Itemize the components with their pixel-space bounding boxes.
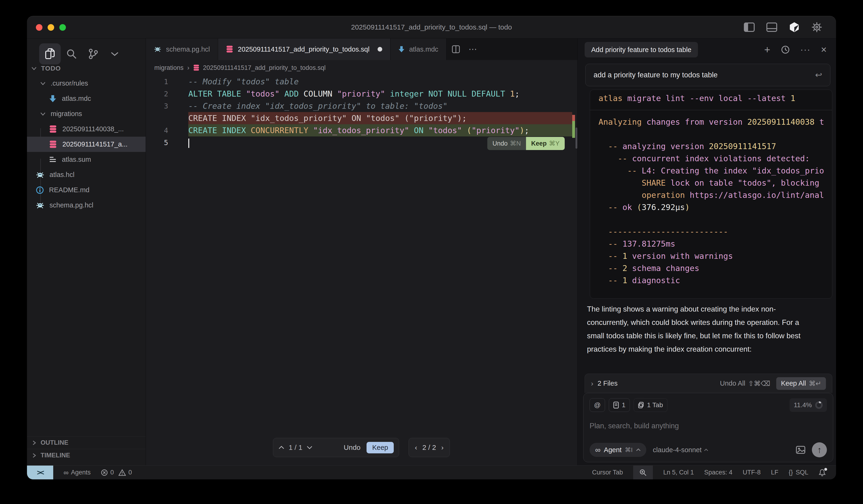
encoding-status[interactable]: UTF-8 <box>743 469 761 476</box>
timeline-section[interactable]: TIMELINE <box>27 449 146 462</box>
tree-file-atlas-mdc[interactable]: atlas.mdc <box>27 91 146 106</box>
breadcrumb-file[interactable]: 20250911141517_add_priority_to_todos.sql <box>203 64 326 72</box>
breadcrumb[interactable]: migrations › 20250911141517_add_priority… <box>146 60 577 75</box>
chat-composer[interactable]: @ 1 1 Tab 11.4% Plan, search, build anyt… <box>583 393 833 462</box>
tree-item-label: atlas.sum <box>62 156 91 163</box>
zoom-tool-icon[interactable] <box>633 466 653 480</box>
agents-status-item[interactable]: ∞ Agents <box>64 469 90 477</box>
history-icon[interactable] <box>781 45 790 54</box>
send-button[interactable]: ↑ <box>812 442 827 457</box>
context-files-chip[interactable]: 1 <box>609 398 630 412</box>
tree-file-atlas-hcl[interactable]: atlas.hcl <box>27 167 146 182</box>
tree-folder-cursor-rules[interactable]: .cursor/rules <box>27 76 146 91</box>
terminal-divider <box>590 110 832 110</box>
database-icon <box>49 140 57 148</box>
explorer-icon[interactable] <box>39 43 61 64</box>
terminal-line: -- 1 version with warnings <box>599 250 824 262</box>
pager-prev-icon[interactable]: ‹ <box>415 443 417 452</box>
next-diff-icon[interactable] <box>307 446 313 449</box>
tree-file-atlas-sum[interactable]: atlas.sum <box>27 152 146 167</box>
code-editor[interactable]: 1 -- Modify "todos" table 2 ALTER TABLE … <box>146 75 572 149</box>
infinity-icon: ∞ <box>64 469 68 477</box>
close-chat-icon[interactable]: × <box>821 44 827 55</box>
tree-file-readme[interactable]: README.md <box>27 182 146 198</box>
pager-next-icon[interactable]: › <box>441 443 443 452</box>
outline-section[interactable]: OUTLINE <box>27 436 146 449</box>
inline-diff-actions: Undo⌘N Keep⌘Y <box>487 137 565 150</box>
source-control-icon[interactable] <box>82 43 104 64</box>
chat-tab[interactable]: Add priority feature to todos table <box>585 42 698 58</box>
editor-more-actions-icon[interactable]: ⋯ <box>468 44 478 54</box>
sidebar: TODO .cursor/rules atlas.mdc migrations <box>27 38 146 465</box>
restore-checkpoint-icon[interactable]: ↩ <box>815 70 822 80</box>
indentation-status[interactable]: Spaces: 4 <box>704 469 733 476</box>
activity-more-chevron-icon[interactable] <box>104 43 125 64</box>
text-cursor <box>188 139 189 148</box>
tree-file-schema-pg-hcl[interactable]: schema.pg.hcl <box>27 198 146 213</box>
cursor-cube-icon[interactable] <box>788 21 800 33</box>
changed-files-bar[interactable]: › 2 Files Undo All ⇧⌘⌫ Keep All ⌘↵ <box>585 374 832 393</box>
terminal-line: -- L4: Creating the index "idx_todos_pri… <box>599 165 824 177</box>
tree-item-label: .cursor/rules <box>51 79 88 87</box>
undo-button[interactable]: Undo <box>344 443 361 452</box>
split-editor-icon[interactable] <box>452 45 460 53</box>
editor-scrollbar[interactable] <box>575 127 577 149</box>
terminal-line: -- analyzing version 20250911141517 <box>599 140 824 152</box>
composer-placeholder[interactable]: Plan, search, build anything <box>590 422 827 430</box>
attach-image-icon[interactable] <box>796 446 805 454</box>
chat-more-icon[interactable]: ··· <box>800 45 811 55</box>
undo-all-button[interactable]: Undo All ⇧⌘⌫ <box>720 379 770 388</box>
tab-migration-sql[interactable]: 20250911141517_add_priority_to_todos.sql <box>218 38 390 60</box>
modified-dot-icon[interactable] <box>377 47 382 52</box>
settings-gear-icon[interactable] <box>811 21 823 33</box>
prev-diff-icon[interactable] <box>278 446 285 449</box>
cursor-position-status[interactable]: Ln 5, Col 1 <box>663 469 694 476</box>
remote-indicator-button[interactable]: >< <box>27 466 53 480</box>
agent-mode-selector[interactable]: ∞ Agent ⌘I <box>590 443 646 457</box>
tree-folder-migrations[interactable]: migrations <box>27 106 146 122</box>
spider-icon <box>36 171 44 179</box>
tree-file-migration-141517[interactable]: 20250911141517_a... <box>27 137 146 152</box>
tab-schema-pg-hcl[interactable]: schema.pg.hcl <box>146 38 218 60</box>
expand-files-icon[interactable]: › <box>591 379 593 388</box>
breadcrumb-folder[interactable]: migrations <box>154 64 184 72</box>
terminal-line: -- 137.81275ms <box>599 238 824 250</box>
language-status[interactable]: {} SQL <box>789 469 808 476</box>
toggle-panel-icon[interactable] <box>766 21 778 33</box>
warning-icon <box>118 469 126 476</box>
chevron-up-icon <box>704 449 708 451</box>
tree-item-label: schema.pg.hcl <box>49 201 93 209</box>
terminal-line: -- 2 schema changes <box>599 262 824 274</box>
diff-position: 1 / 1 <box>289 443 302 452</box>
terminal-line: operation https://atlasgo.io/lint/analy <box>599 189 824 201</box>
problems-status-item[interactable]: 0 0 <box>101 469 132 476</box>
diff-keep-button[interactable]: Keep⌘Y <box>526 137 565 150</box>
terminal-line: SHARE lock on table "todos", blocking w <box>599 177 824 189</box>
tab-atlas-mdc[interactable]: atlas.mdc <box>390 38 447 60</box>
overview-ruler-add-mark <box>572 121 575 138</box>
tree-item-label: atlas.hcl <box>49 171 74 179</box>
diff-undo-button[interactable]: Undo⌘N <box>487 137 526 150</box>
terminal-output[interactable]: atlas migrate lint --env local --latest … <box>590 90 832 299</box>
tree-file-migration-140038[interactable]: 20250911140038_... <box>27 122 146 137</box>
explorer-section-header[interactable]: TODO <box>31 62 61 75</box>
eol-status[interactable]: LF <box>771 469 778 476</box>
context-usage[interactable]: 11.4% <box>790 398 827 412</box>
user-message[interactable]: add a priority feature to my todos table… <box>585 64 830 86</box>
new-chat-icon[interactable]: + <box>764 44 771 55</box>
tab-context-chip[interactable]: 1 Tab <box>634 398 667 412</box>
tree-item-label: atlas.mdc <box>62 95 91 102</box>
terminal-line: -- ok (376.292µs) <box>599 201 824 213</box>
user-message-text: add a priority feature to my todos table <box>593 71 717 79</box>
model-selector[interactable]: claude-4-sonnet <box>653 446 708 454</box>
tab-label: atlas.mdc <box>409 46 438 53</box>
mention-context-button[interactable]: @ <box>590 398 605 412</box>
info-icon <box>36 186 44 194</box>
cursor-tab-status[interactable]: Cursor Tab <box>592 469 623 476</box>
keep-all-button[interactable]: Keep All ⌘↵ <box>776 377 826 390</box>
chevron-up-icon <box>636 449 641 451</box>
notifications-bell-icon[interactable] <box>819 469 826 476</box>
search-icon[interactable] <box>61 43 82 64</box>
toggle-sidebar-icon[interactable] <box>743 21 755 33</box>
keep-button[interactable]: Keep <box>366 442 394 453</box>
